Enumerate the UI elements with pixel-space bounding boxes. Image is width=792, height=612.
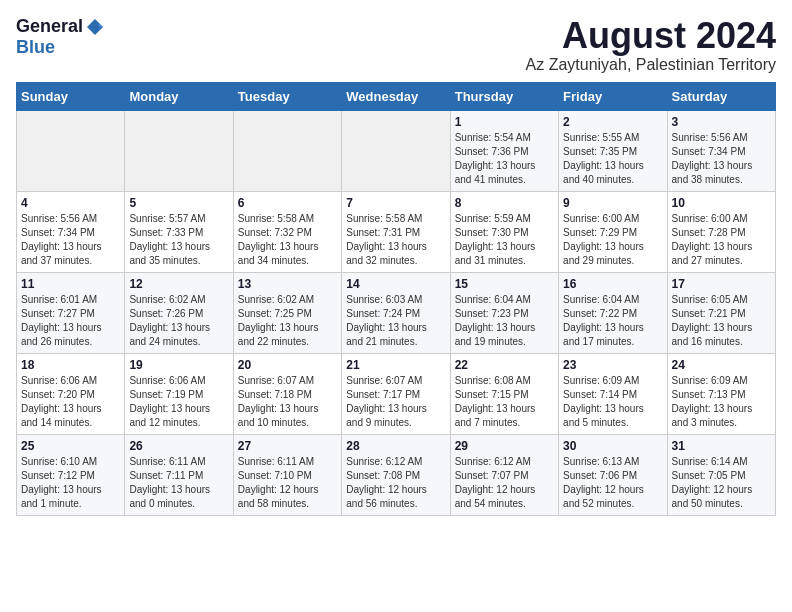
calendar-cell: 9 Sunrise: 6:00 AMSunset: 7:29 PMDayligh… (559, 191, 667, 272)
title-block: August 2024 Az Zaytuniyah, Palestinian T… (526, 16, 776, 74)
day-number: 14 (346, 277, 445, 291)
day-info: Sunrise: 5:59 AMSunset: 7:30 PMDaylight:… (455, 213, 536, 266)
day-number: 18 (21, 358, 120, 372)
day-info: Sunrise: 6:05 AMSunset: 7:21 PMDaylight:… (672, 294, 753, 347)
day-info: Sunrise: 6:04 AMSunset: 7:22 PMDaylight:… (563, 294, 644, 347)
day-info: Sunrise: 6:11 AMSunset: 7:11 PMDaylight:… (129, 456, 210, 509)
calendar-cell: 6 Sunrise: 5:58 AMSunset: 7:32 PMDayligh… (233, 191, 341, 272)
day-info: Sunrise: 6:09 AMSunset: 7:13 PMDaylight:… (672, 375, 753, 428)
day-info: Sunrise: 5:57 AMSunset: 7:33 PMDaylight:… (129, 213, 210, 266)
calendar-week-1: 1 Sunrise: 5:54 AMSunset: 7:36 PMDayligh… (17, 110, 776, 191)
calendar-cell: 13 Sunrise: 6:02 AMSunset: 7:25 PMDaylig… (233, 272, 341, 353)
calendar-cell: 15 Sunrise: 6:04 AMSunset: 7:23 PMDaylig… (450, 272, 558, 353)
calendar-cell (17, 110, 125, 191)
calendar-cell: 26 Sunrise: 6:11 AMSunset: 7:11 PMDaylig… (125, 434, 233, 515)
calendar-cell: 5 Sunrise: 5:57 AMSunset: 7:33 PMDayligh… (125, 191, 233, 272)
day-number: 13 (238, 277, 337, 291)
day-number: 15 (455, 277, 554, 291)
calendar-cell: 30 Sunrise: 6:13 AMSunset: 7:06 PMDaylig… (559, 434, 667, 515)
calendar-cell: 29 Sunrise: 6:12 AMSunset: 7:07 PMDaylig… (450, 434, 558, 515)
calendar-cell: 20 Sunrise: 6:07 AMSunset: 7:18 PMDaylig… (233, 353, 341, 434)
calendar-cell: 2 Sunrise: 5:55 AMSunset: 7:35 PMDayligh… (559, 110, 667, 191)
day-number: 5 (129, 196, 228, 210)
calendar-cell: 12 Sunrise: 6:02 AMSunset: 7:26 PMDaylig… (125, 272, 233, 353)
calendar-cell: 11 Sunrise: 6:01 AMSunset: 7:27 PMDaylig… (17, 272, 125, 353)
day-info: Sunrise: 6:12 AMSunset: 7:07 PMDaylight:… (455, 456, 536, 509)
day-number: 26 (129, 439, 228, 453)
calendar-cell (233, 110, 341, 191)
day-number: 7 (346, 196, 445, 210)
calendar-cell: 14 Sunrise: 6:03 AMSunset: 7:24 PMDaylig… (342, 272, 450, 353)
calendar-header-row: Sunday Monday Tuesday Wednesday Thursday… (17, 82, 776, 110)
day-info: Sunrise: 6:00 AMSunset: 7:28 PMDaylight:… (672, 213, 753, 266)
calendar-cell: 3 Sunrise: 5:56 AMSunset: 7:34 PMDayligh… (667, 110, 775, 191)
page-header: General Blue August 2024 Az Zaytuniyah, … (16, 16, 776, 74)
day-info: Sunrise: 6:06 AMSunset: 7:19 PMDaylight:… (129, 375, 210, 428)
header-sunday: Sunday (17, 82, 125, 110)
calendar-week-4: 18 Sunrise: 6:06 AMSunset: 7:20 PMDaylig… (17, 353, 776, 434)
day-number: 11 (21, 277, 120, 291)
logo-icon (85, 17, 105, 37)
logo-blue: Blue (16, 37, 55, 57)
calendar-cell: 27 Sunrise: 6:11 AMSunset: 7:10 PMDaylig… (233, 434, 341, 515)
day-info: Sunrise: 6:08 AMSunset: 7:15 PMDaylight:… (455, 375, 536, 428)
day-info: Sunrise: 6:09 AMSunset: 7:14 PMDaylight:… (563, 375, 644, 428)
calendar-cell: 16 Sunrise: 6:04 AMSunset: 7:22 PMDaylig… (559, 272, 667, 353)
day-number: 2 (563, 115, 662, 129)
day-info: Sunrise: 6:11 AMSunset: 7:10 PMDaylight:… (238, 456, 319, 509)
day-number: 31 (672, 439, 771, 453)
calendar-cell: 19 Sunrise: 6:06 AMSunset: 7:19 PMDaylig… (125, 353, 233, 434)
day-info: Sunrise: 6:12 AMSunset: 7:08 PMDaylight:… (346, 456, 427, 509)
header-saturday: Saturday (667, 82, 775, 110)
day-number: 19 (129, 358, 228, 372)
day-number: 12 (129, 277, 228, 291)
day-number: 22 (455, 358, 554, 372)
day-info: Sunrise: 6:06 AMSunset: 7:20 PMDaylight:… (21, 375, 102, 428)
day-number: 29 (455, 439, 554, 453)
day-info: Sunrise: 6:04 AMSunset: 7:23 PMDaylight:… (455, 294, 536, 347)
calendar-cell: 17 Sunrise: 6:05 AMSunset: 7:21 PMDaylig… (667, 272, 775, 353)
day-number: 28 (346, 439, 445, 453)
calendar-cell: 8 Sunrise: 5:59 AMSunset: 7:30 PMDayligh… (450, 191, 558, 272)
day-info: Sunrise: 6:03 AMSunset: 7:24 PMDaylight:… (346, 294, 427, 347)
day-info: Sunrise: 6:14 AMSunset: 7:05 PMDaylight:… (672, 456, 753, 509)
day-info: Sunrise: 5:55 AMSunset: 7:35 PMDaylight:… (563, 132, 644, 185)
header-thursday: Thursday (450, 82, 558, 110)
calendar-cell: 18 Sunrise: 6:06 AMSunset: 7:20 PMDaylig… (17, 353, 125, 434)
day-number: 25 (21, 439, 120, 453)
calendar-cell: 1 Sunrise: 5:54 AMSunset: 7:36 PMDayligh… (450, 110, 558, 191)
day-info: Sunrise: 5:56 AMSunset: 7:34 PMDaylight:… (21, 213, 102, 266)
calendar-cell: 23 Sunrise: 6:09 AMSunset: 7:14 PMDaylig… (559, 353, 667, 434)
day-info: Sunrise: 5:58 AMSunset: 7:31 PMDaylight:… (346, 213, 427, 266)
day-info: Sunrise: 6:02 AMSunset: 7:25 PMDaylight:… (238, 294, 319, 347)
day-info: Sunrise: 6:02 AMSunset: 7:26 PMDaylight:… (129, 294, 210, 347)
day-info: Sunrise: 6:00 AMSunset: 7:29 PMDaylight:… (563, 213, 644, 266)
day-number: 10 (672, 196, 771, 210)
day-info: Sunrise: 6:13 AMSunset: 7:06 PMDaylight:… (563, 456, 644, 509)
header-wednesday: Wednesday (342, 82, 450, 110)
calendar-cell: 25 Sunrise: 6:10 AMSunset: 7:12 PMDaylig… (17, 434, 125, 515)
logo-general: General (16, 16, 83, 37)
day-info: Sunrise: 6:07 AMSunset: 7:17 PMDaylight:… (346, 375, 427, 428)
calendar-cell: 21 Sunrise: 6:07 AMSunset: 7:17 PMDaylig… (342, 353, 450, 434)
day-number: 1 (455, 115, 554, 129)
day-number: 30 (563, 439, 662, 453)
day-number: 23 (563, 358, 662, 372)
calendar-cell (342, 110, 450, 191)
day-number: 8 (455, 196, 554, 210)
calendar-table: Sunday Monday Tuesday Wednesday Thursday… (16, 82, 776, 516)
day-info: Sunrise: 5:56 AMSunset: 7:34 PMDaylight:… (672, 132, 753, 185)
day-info: Sunrise: 6:10 AMSunset: 7:12 PMDaylight:… (21, 456, 102, 509)
calendar-week-2: 4 Sunrise: 5:56 AMSunset: 7:34 PMDayligh… (17, 191, 776, 272)
day-info: Sunrise: 6:01 AMSunset: 7:27 PMDaylight:… (21, 294, 102, 347)
calendar-cell: 31 Sunrise: 6:14 AMSunset: 7:05 PMDaylig… (667, 434, 775, 515)
day-number: 3 (672, 115, 771, 129)
day-number: 6 (238, 196, 337, 210)
day-number: 27 (238, 439, 337, 453)
day-number: 24 (672, 358, 771, 372)
calendar-week-3: 11 Sunrise: 6:01 AMSunset: 7:27 PMDaylig… (17, 272, 776, 353)
day-number: 4 (21, 196, 120, 210)
day-number: 17 (672, 277, 771, 291)
calendar-week-5: 25 Sunrise: 6:10 AMSunset: 7:12 PMDaylig… (17, 434, 776, 515)
page-title: August 2024 (526, 16, 776, 56)
